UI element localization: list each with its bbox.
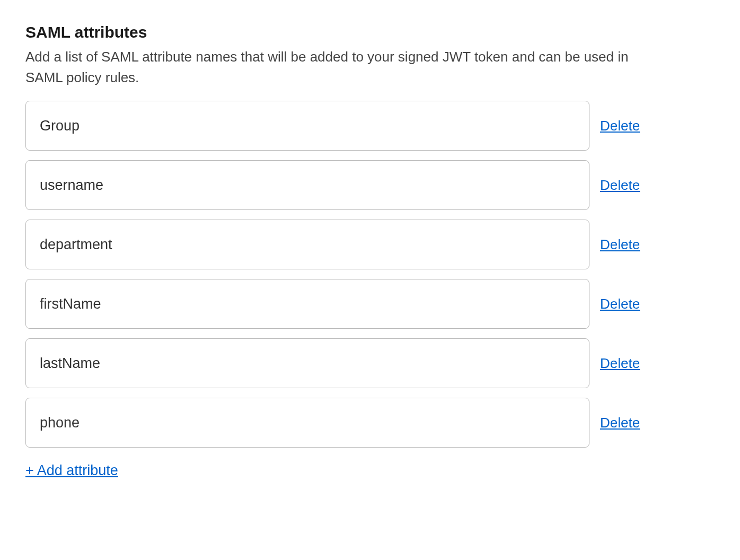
delete-button[interactable]: Delete <box>600 118 640 134</box>
attribute-input-group[interactable] <box>25 101 589 151</box>
attribute-list: Delete Delete Delete Delete Delete Delet… <box>25 101 715 448</box>
attribute-row: Delete <box>25 101 715 151</box>
attribute-input-firstname[interactable] <box>25 279 589 329</box>
attribute-input-department[interactable] <box>25 220 589 269</box>
attribute-row: Delete <box>25 398 715 448</box>
delete-button[interactable]: Delete <box>600 177 640 194</box>
attribute-row: Delete <box>25 220 715 269</box>
attribute-row: Delete <box>25 160 715 210</box>
attribute-input-lastname[interactable] <box>25 338 589 388</box>
delete-button[interactable]: Delete <box>600 355 640 372</box>
section-title: SAML attributes <box>25 23 715 41</box>
attribute-input-phone[interactable] <box>25 398 589 448</box>
section-description: Add a list of SAML attribute names that … <box>25 47 651 88</box>
delete-button[interactable]: Delete <box>600 296 640 312</box>
delete-button[interactable]: Delete <box>600 415 640 431</box>
attribute-row: Delete <box>25 338 715 388</box>
attribute-input-username[interactable] <box>25 160 589 210</box>
add-attribute-button[interactable]: + Add attribute <box>25 462 118 479</box>
delete-button[interactable]: Delete <box>600 237 640 253</box>
saml-attributes-section: SAML attributes Add a list of SAML attri… <box>25 23 715 479</box>
attribute-row: Delete <box>25 279 715 329</box>
